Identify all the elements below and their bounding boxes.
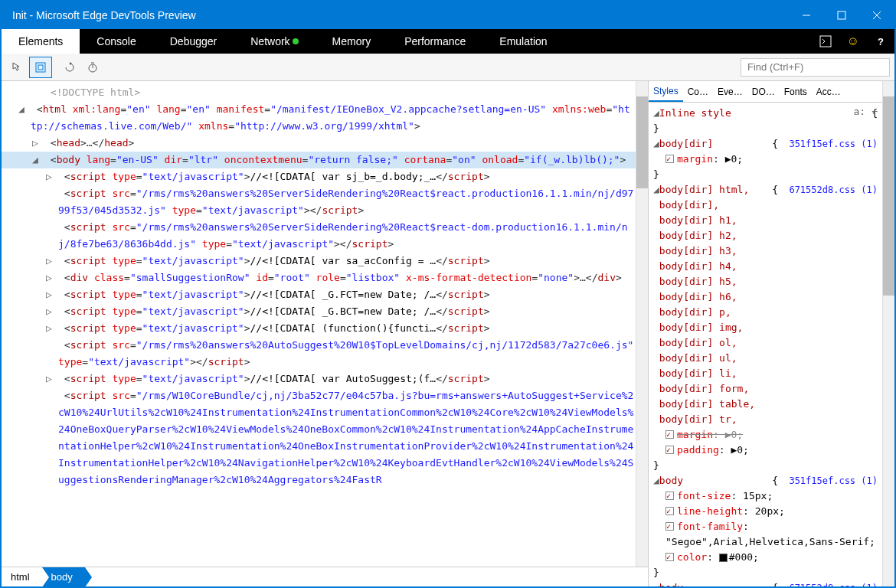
dom-node[interactable]: ▷ <script type="text/javascript">//<![CD… [2, 320, 636, 337]
rule-source[interactable]: 351f15ef.css (1) [778, 136, 878, 152]
breadcrumb-html[interactable]: html [2, 567, 42, 587]
expand-icon[interactable] [49, 337, 58, 354]
window-title: Init - Microsoft Edge DevTools Preview [12, 9, 789, 21]
expand-icon[interactable] [35, 84, 44, 101]
property-checkbox[interactable] [665, 522, 674, 531]
style-property[interactable]: padding: ▶0; [653, 443, 878, 458]
rule-toolbar: a: + [854, 104, 878, 119]
dom-node[interactable]: ▷ <script type="text/javascript">//<![CD… [2, 303, 636, 320]
styles-tab-acc[interactable]: Acc… [812, 81, 845, 102]
property-checkbox[interactable] [665, 446, 674, 454]
dom-node[interactable]: <!DOCTYPE html> [2, 84, 636, 101]
dom-node[interactable]: ◢ <body lang="en-US" dir="ltr" oncontext… [2, 152, 636, 168]
tab-debugger[interactable]: Debugger [153, 29, 234, 54]
console-drawer-icon[interactable] [812, 29, 839, 54]
expand-icon[interactable]: ▷ [49, 253, 58, 270]
dom-node[interactable]: ◢ <html xml:lang="en" lang="en" manifest… [2, 101, 636, 135]
dom-node[interactable]: ▷ <script type="text/javascript">//<![CD… [2, 371, 636, 387]
property-checkbox[interactable] [665, 553, 674, 561]
expand-icon[interactable]: ◢ [21, 101, 31, 118]
property-checkbox[interactable] [665, 430, 674, 439]
property-checkbox[interactable] [665, 155, 674, 163]
highlight-element-icon[interactable] [29, 57, 52, 78]
toolbar [2, 54, 894, 81]
expand-icon[interactable] [49, 219, 58, 236]
property-checkbox[interactable] [665, 492, 674, 500]
styles-panel: StylesCo…Eve…DO…FontsAcc… a: + ◢Inline s… [649, 81, 882, 586]
tab-emulation[interactable]: Emulation [482, 29, 564, 54]
tab-elements[interactable]: Elements [2, 29, 80, 54]
timer-icon[interactable] [81, 57, 104, 78]
expand-icon[interactable] [49, 387, 58, 404]
expand-icon[interactable]: ▷ [35, 135, 44, 152]
expand-icon[interactable]: ▷ [49, 303, 58, 320]
add-rule-button[interactable]: + [871, 104, 878, 119]
styles-body[interactable]: a: + ◢Inline style {}◢body[dir] { 351f15… [649, 103, 882, 586]
expand-icon[interactable] [49, 185, 58, 202]
dom-node[interactable]: ▷ <div class="smallSuggestionRow" id="ro… [2, 270, 636, 286]
select-element-icon[interactable] [6, 57, 29, 78]
svg-rect-6 [38, 65, 43, 70]
main-tabs: ElementsConsoleDebuggerNetworkMemoryPerf… [2, 29, 894, 54]
tab-memory[interactable]: Memory [316, 29, 388, 54]
style-property[interactable]: font-size: 15px; [653, 488, 878, 504]
rule-header[interactable]: ◢body { 351f15ef.css (1) [653, 473, 878, 488]
dom-node[interactable]: ▷ <script type="text/javascript">//<![CD… [2, 286, 636, 303]
help-icon[interactable]: ? [867, 29, 894, 54]
dom-node[interactable]: <script src="/rms/rms%20answers%20Server… [2, 185, 636, 219]
rule-header[interactable]: ◢body[dir] html, body[dir], body[dir] h1… [653, 182, 878, 427]
expand-icon[interactable]: ◢ [35, 152, 44, 168]
svg-rect-4 [820, 36, 831, 47]
rule-header[interactable]: ◢body[dir] { 351f15ef.css (1) [653, 136, 878, 152]
tab-performance[interactable]: Performance [388, 29, 482, 54]
feedback-icon[interactable]: ☺ [839, 29, 867, 54]
styles-tab-do[interactable]: DO… [747, 81, 780, 102]
styles-tab-eve[interactable]: Eve… [713, 81, 747, 102]
rule-header[interactable]: ◢Inline style { [653, 106, 878, 121]
style-property[interactable]: margin: ▶0; [653, 427, 878, 443]
dom-node[interactable]: ▷ <script type="text/javascript">//<![CD… [2, 168, 636, 185]
style-property[interactable]: color: #000; [653, 550, 878, 565]
tab-network[interactable]: Network [234, 29, 315, 54]
expand-icon[interactable]: ▷ [49, 320, 58, 337]
pseudo-class-button[interactable]: a: [854, 104, 866, 119]
rule-source[interactable]: 671552d8.css (1) [778, 182, 878, 198]
minimize-button[interactable] [789, 2, 824, 29]
styles-tabs: StylesCo…Eve…DO…FontsAcc… [649, 81, 882, 103]
expand-icon[interactable]: ▷ [49, 371, 58, 387]
styles-tab-co[interactable]: Co… [683, 81, 713, 102]
svg-rect-1 [838, 11, 845, 19]
find-input[interactable] [741, 58, 890, 77]
dom-node[interactable]: <script src="/rms/rms%20answers%20AutoSu… [2, 337, 636, 371]
rule-header[interactable]: ◢body { 671552d8.css (1) [653, 580, 878, 586]
rule-source[interactable]: 671552d8.css (1) [778, 580, 878, 586]
style-property[interactable]: font-family: "Segoe",Arial,Helvetica,San… [653, 519, 878, 550]
styles-tab-fonts[interactable]: Fonts [780, 81, 812, 102]
dom-scrollbar[interactable] [636, 81, 648, 567]
dom-node[interactable]: ▷ <head>…</head> [2, 135, 636, 152]
rule-source[interactable]: 351f15ef.css (1) [778, 473, 878, 488]
breadcrumb: htmlbody [2, 567, 648, 586]
dom-panel: <!DOCTYPE html>◢ <html xml:lang="en" lan… [2, 81, 649, 586]
dom-node[interactable]: ▷ <script type="text/javascript">//<![CD… [2, 253, 636, 270]
expand-icon[interactable]: ▷ [49, 286, 58, 303]
dom-node[interactable]: <script src="/rms/rms%20answers%20Server… [2, 219, 636, 253]
window-controls [789, 2, 894, 29]
dom-tree[interactable]: <!DOCTYPE html>◢ <html xml:lang="en" lan… [2, 81, 636, 567]
expand-icon[interactable]: ▷ [49, 270, 58, 286]
svg-rect-5 [36, 63, 45, 72]
window: Init - Microsoft Edge DevTools Preview E… [0, 0, 896, 588]
styles-scrollbar[interactable] [882, 81, 894, 586]
refresh-icon[interactable] [58, 57, 81, 78]
expand-icon[interactable]: ▷ [49, 168, 58, 185]
property-checkbox[interactable] [665, 507, 674, 515]
dom-node[interactable]: <script src="/rms/W10CoreBundle/cj,nj/3b… [2, 387, 636, 488]
style-property[interactable]: margin: ▶0; [653, 152, 878, 167]
maximize-button[interactable] [824, 2, 859, 29]
styles-tab-styles[interactable]: Styles [649, 81, 683, 102]
tab-console[interactable]: Console [80, 29, 152, 54]
content-area: <!DOCTYPE html>◢ <html xml:lang="en" lan… [2, 81, 894, 586]
titlebar: Init - Microsoft Edge DevTools Preview [2, 2, 894, 29]
style-property[interactable]: line-height: 20px; [653, 504, 878, 519]
close-button[interactable] [859, 2, 894, 29]
